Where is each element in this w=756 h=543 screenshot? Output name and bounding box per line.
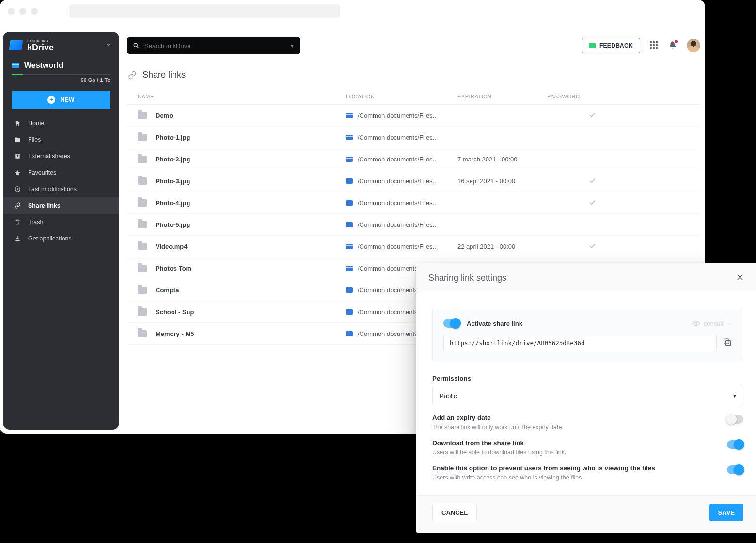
notifications-button[interactable] bbox=[668, 41, 677, 51]
row-expiration: 7 march 2021 - 00:00 bbox=[457, 156, 547, 163]
brand-name: kDrive bbox=[27, 43, 54, 52]
table-row[interactable]: Photo-2.jpg /Common documents/Files... 7… bbox=[127, 148, 700, 170]
svg-point-5 bbox=[695, 322, 697, 324]
table-row[interactable]: Photo-4.jpg /Common documents/Files... bbox=[127, 192, 700, 214]
row-location: /Common documents/Files... bbox=[358, 199, 438, 207]
col-name: NAME bbox=[138, 94, 346, 99]
search-box[interactable]: ▼ bbox=[127, 37, 300, 54]
row-name: Photo-3.jpg bbox=[156, 177, 190, 185]
apps-grid-icon[interactable] bbox=[650, 41, 659, 50]
row-name: Photo-2.jpg bbox=[156, 156, 190, 163]
table-row[interactable]: Demo /Common documents/Files... bbox=[127, 105, 700, 127]
sidebar-item-share-links[interactable]: Share links bbox=[3, 197, 119, 214]
permissions-heading: Permissions bbox=[432, 375, 743, 382]
drive-icon bbox=[346, 309, 353, 315]
col-password: PASSWORD bbox=[547, 94, 637, 99]
caret-down-icon[interactable]: ▼ bbox=[290, 43, 295, 48]
drive-icon bbox=[346, 157, 353, 162]
sidebar-item-get-applications[interactable]: Get applications bbox=[3, 230, 119, 247]
link-icon bbox=[14, 202, 21, 209]
table-row[interactable]: Photo-3.jpg /Common documents/Files... 1… bbox=[127, 170, 700, 192]
sidebar-item-external-shares[interactable]: External shares bbox=[3, 148, 119, 164]
sidebar-item-label: Last modifications bbox=[28, 186, 77, 192]
svg-line-2 bbox=[137, 47, 139, 48]
option-title: Add an expiry date bbox=[432, 414, 717, 421]
chevron-down-icon[interactable] bbox=[106, 42, 111, 49]
sidebar-item-label: Get applications bbox=[28, 235, 72, 242]
svg-rect-7 bbox=[724, 339, 729, 344]
row-password bbox=[547, 198, 637, 208]
close-button[interactable] bbox=[733, 270, 747, 286]
cancel-button[interactable]: CANCEL bbox=[432, 504, 477, 521]
row-location: /Common documents/Files... bbox=[358, 177, 438, 185]
clock-icon bbox=[14, 186, 21, 192]
row-password bbox=[547, 111, 637, 120]
sidebar-item-label: Share links bbox=[28, 202, 61, 209]
activate-toggle[interactable] bbox=[443, 319, 460, 328]
row-location: /Common documents/Files... bbox=[358, 221, 438, 228]
table-row[interactable]: Photo-1.jpg /Common documents/Files... bbox=[127, 127, 700, 148]
option-desc: The share link will only work until the … bbox=[432, 424, 717, 431]
new-button[interactable]: + NEW bbox=[12, 91, 110, 109]
dialog-option: Add an expiry date The share link will o… bbox=[416, 414, 756, 439]
drive-selector[interactable]: Westworld 60 Go / 1 To bbox=[3, 58, 119, 88]
sidebar-item-trash[interactable]: Trash bbox=[3, 214, 119, 230]
folder-icon bbox=[138, 308, 147, 316]
sidebar-item-home[interactable]: Home bbox=[3, 115, 119, 131]
table-header: NAME LOCATION EXPIRATION PASSWORD bbox=[127, 89, 700, 105]
plus-icon: + bbox=[47, 96, 55, 104]
table-row[interactable]: Video.mp4 /Common documents/Files... 22 … bbox=[127, 236, 700, 257]
sidebar-item-label: Files bbox=[28, 136, 41, 143]
row-location: /Common documents/Files... bbox=[358, 243, 438, 250]
sidebar-item-label: External shares bbox=[28, 153, 70, 160]
traffic-light bbox=[19, 8, 26, 15]
folder-icon bbox=[138, 177, 147, 185]
drive-icon bbox=[346, 331, 353, 336]
dialog-option: Download from the share link Users will … bbox=[416, 439, 756, 464]
drive-icon bbox=[12, 63, 19, 68]
table-row[interactable]: Photo-5.jpg /Common documents/Files... bbox=[127, 214, 700, 236]
search-input[interactable] bbox=[144, 42, 285, 49]
svg-point-1 bbox=[134, 43, 137, 47]
sidebar-item-files[interactable]: Files bbox=[3, 131, 119, 148]
dialog-header: Sharing link settings bbox=[416, 263, 756, 293]
sidebar-item-favourites[interactable]: Favourites bbox=[3, 164, 119, 181]
star-icon bbox=[14, 169, 21, 176]
option-desc: Users will be able to download files usi… bbox=[432, 449, 717, 456]
caret-down-icon: ▼ bbox=[732, 393, 737, 399]
page-title-block: Share links bbox=[128, 70, 700, 80]
option-toggle[interactable] bbox=[727, 440, 743, 449]
row-name: Photo-5.jpg bbox=[156, 221, 190, 228]
page-title: Share links bbox=[142, 70, 186, 80]
sidebar-item-label: Trash bbox=[28, 219, 44, 225]
option-toggle[interactable] bbox=[727, 465, 743, 474]
user-avatar[interactable] bbox=[687, 39, 700, 52]
row-location: /Common documents/Files... bbox=[358, 112, 438, 119]
row-expiration: 16 sept 2021 - 00:00 bbox=[457, 177, 547, 185]
browser-urlbar[interactable] bbox=[69, 4, 340, 18]
share-url-field[interactable]: https://shortlink/drive/AB05625d8e36d bbox=[443, 335, 717, 351]
option-title: Download from the share link bbox=[432, 439, 717, 447]
drive-icon bbox=[346, 287, 353, 293]
brand-block[interactable]: Infomaniak kDrive bbox=[3, 32, 119, 58]
folder-icon bbox=[138, 156, 147, 163]
folder-icon bbox=[138, 112, 147, 119]
sidebar: Infomaniak kDrive Westworld 60 Go / 1 To… bbox=[3, 32, 119, 430]
topbar: ▼ FEEDBACK bbox=[127, 35, 700, 56]
consult-dropdown[interactable]: consult bbox=[692, 319, 732, 327]
row-name: Compta bbox=[156, 287, 179, 294]
eye-icon bbox=[692, 319, 700, 327]
folder-icon bbox=[138, 134, 147, 141]
row-name: Memory - M5 bbox=[156, 330, 194, 337]
copy-button[interactable] bbox=[723, 337, 732, 349]
row-name: Photo-1.jpg bbox=[156, 134, 190, 141]
permissions-select[interactable]: Public ▼ bbox=[432, 387, 743, 404]
drive-icon bbox=[346, 244, 353, 249]
feedback-button[interactable]: FEEDBACK bbox=[582, 38, 640, 53]
option-toggle[interactable] bbox=[727, 415, 743, 424]
save-button[interactable]: SAVE bbox=[709, 504, 743, 521]
dialog-option: Enable this option to prevent users from… bbox=[416, 464, 756, 490]
sidebar-item-last-modifications[interactable]: Last modifications bbox=[3, 181, 119, 197]
traffic-light bbox=[8, 8, 15, 15]
dialog-footer: CANCEL SAVE bbox=[416, 496, 756, 533]
